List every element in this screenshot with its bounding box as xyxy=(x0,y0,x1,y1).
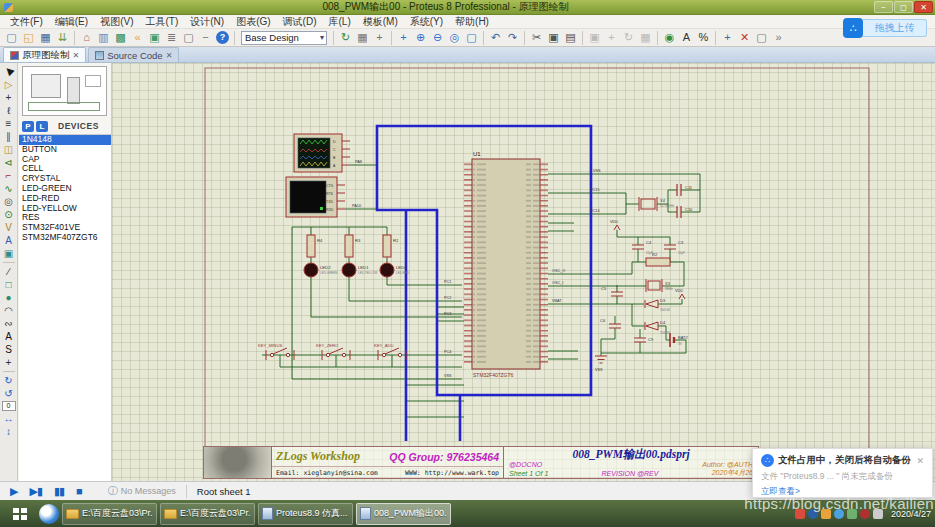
close-button[interactable]: ✕ xyxy=(914,1,933,13)
pick-parts-button[interactable]: ◉ xyxy=(662,30,678,45)
library-manager-button[interactable]: L xyxy=(36,121,48,132)
tab-close-icon[interactable]: ✕ xyxy=(166,51,173,60)
2d-circle-mode[interactable]: ● xyxy=(1,291,16,304)
pan-button[interactable]: + xyxy=(396,30,412,45)
schematic-capture-button[interactable]: ▥ xyxy=(96,30,112,45)
wire-label-mode[interactable]: ℓ xyxy=(1,104,16,117)
terminals-mode[interactable]: ⊲ xyxy=(1,156,16,169)
led-circuit[interactable]: R4 R3 R1 LED2 LED-GREEN LED1 LED-YELLOW … xyxy=(304,235,410,277)
tab-schematic-capture[interactable]: 原理图绘制 ✕ xyxy=(3,47,86,62)
2d-path-mode[interactable]: ∾ xyxy=(1,317,16,330)
device-item[interactable]: LED-YELLOW xyxy=(19,204,111,214)
tab-source-code[interactable]: Source Code ✕ xyxy=(88,47,179,62)
menu-item[interactable]: 调试(D) xyxy=(277,15,323,29)
back-button[interactable]: « xyxy=(130,30,146,45)
menu-item[interactable]: 视图(V) xyxy=(94,15,139,29)
block-delete-button[interactable]: ▦ xyxy=(638,30,654,45)
block-move-button[interactable]: + xyxy=(604,30,620,45)
zoom-out-button[interactable]: ⊖ xyxy=(430,30,446,45)
property-assignment-button[interactable]: % xyxy=(696,30,712,45)
device-item[interactable]: RES xyxy=(19,213,111,223)
undo-button[interactable]: ↶ xyxy=(488,30,504,45)
grid-toggle-button[interactable]: ▦ xyxy=(355,30,371,45)
tab-close-icon[interactable]: ✕ xyxy=(73,51,80,60)
sheet-style-combo[interactable]: Base Design▾ xyxy=(241,31,327,45)
graph-mode[interactable]: ∿ xyxy=(1,182,16,195)
home-button[interactable]: ⌂ xyxy=(79,30,95,45)
device-item[interactable]: LED-RED xyxy=(19,194,111,204)
backup-notification[interactable]: ∴ 文件占用中，关闭后将自动备份 ✕ 文件 "Proteus8.9 ... " … xyxy=(752,448,933,498)
paste-button[interactable]: ▤ xyxy=(563,30,579,45)
import-button[interactable]: ⇊ xyxy=(55,30,71,45)
device-item[interactable]: CRYSTAL xyxy=(19,174,111,184)
pause-button[interactable]: ▮▮ xyxy=(54,485,64,498)
schematic-canvas[interactable]: D C B A CTS RTS TXD RXD xyxy=(112,63,935,481)
taskbar-button[interactable]: Proteus8.9 仿真... xyxy=(258,503,353,525)
open-folder-button[interactable]: ◱ xyxy=(21,30,37,45)
menu-item[interactable]: 设计(N) xyxy=(184,15,230,29)
maximize-button[interactable]: ◻ xyxy=(894,1,913,13)
start-button[interactable] xyxy=(4,500,36,527)
block-copy-button[interactable]: ▣ xyxy=(587,30,603,45)
current-probe-mode[interactable]: A xyxy=(1,234,16,247)
generator-mode[interactable]: ⊙ xyxy=(1,208,16,221)
taskbar-button[interactable]: E:\百度云盘03\Pr... xyxy=(62,503,157,525)
virtual-instruments-mode[interactable]: ▣ xyxy=(1,247,16,260)
2d-marker-mode[interactable]: + xyxy=(1,356,16,369)
design-explorer-button[interactable]: + xyxy=(720,30,736,45)
menu-item[interactable]: 编辑(E) xyxy=(49,15,94,29)
taskbar-button[interactable]: E:\百度云盘03\Pr... xyxy=(160,503,255,525)
zoom-area-button[interactable]: ▢ xyxy=(464,30,480,45)
menu-item[interactable]: 帮助(H) xyxy=(449,15,495,29)
virtual-terminal[interactable]: CTS RTS TXD RXD xyxy=(286,177,345,217)
menu-item[interactable]: 库(L) xyxy=(322,15,356,29)
remove-sheet-button[interactable]: ✕ xyxy=(737,30,753,45)
text-script-mode[interactable]: ≡ xyxy=(1,117,16,130)
junction-dot-mode[interactable]: + xyxy=(1,91,16,104)
flip-horizontal[interactable]: ↔ xyxy=(1,412,16,425)
2d-text-mode[interactable]: A xyxy=(1,330,16,343)
source-code-button[interactable]: ≣ xyxy=(164,30,180,45)
tape-recorder-mode[interactable]: ◎ xyxy=(1,195,16,208)
subcircuit-mode[interactable]: ◫ xyxy=(1,143,16,156)
play-button[interactable]: ▶ xyxy=(10,485,17,498)
device-item[interactable]: 1N4148 xyxy=(19,135,111,145)
2d-line-mode[interactable]: ∕ xyxy=(1,265,16,278)
redraw-button[interactable]: ↻ xyxy=(338,30,354,45)
new-file-button[interactable]: ▢ xyxy=(4,30,20,45)
step-button[interactable]: ▶▮ xyxy=(29,485,42,498)
stop-button[interactable]: ■ xyxy=(76,485,82,497)
help-button[interactable]: ? xyxy=(216,31,229,44)
device-item[interactable]: STM32MF407ZGT6 xyxy=(19,233,111,243)
block-rotate-button[interactable]: ↻ xyxy=(621,30,637,45)
pcb-layout-button[interactable]: ▩ xyxy=(113,30,129,45)
oscilloscope[interactable]: D C B A xyxy=(294,134,350,172)
taskbar-button[interactable]: 008_PWM输出00... xyxy=(356,503,451,525)
buses-mode[interactable]: ∥ xyxy=(1,130,16,143)
save-button[interactable]: ▦ xyxy=(38,30,54,45)
2d-arc-mode[interactable]: ◠ xyxy=(1,304,16,317)
device-item[interactable]: LED-GREEN xyxy=(19,184,111,194)
device-item[interactable]: CAP xyxy=(19,155,111,165)
voltage-probe-mode[interactable]: V xyxy=(1,221,16,234)
device-item[interactable]: BUTTON xyxy=(19,145,111,155)
menu-item[interactable]: 图表(G) xyxy=(230,15,276,29)
mcu-stm32[interactable]: U1 STM32F407ZGT6 xyxy=(464,151,548,378)
menu-item[interactable]: 文件(F) xyxy=(4,15,49,29)
2d-box-mode[interactable]: □ xyxy=(1,278,16,291)
2d-symbol-mode[interactable]: S xyxy=(1,343,16,356)
device-item[interactable]: STM32F401VE xyxy=(19,223,111,233)
netdisk-upload-widget[interactable]: ∴ 拖拽上传 xyxy=(843,17,927,39)
goto-sheet-button[interactable]: ▢ xyxy=(754,30,770,45)
browser-icon[interactable] xyxy=(39,504,59,524)
zoom-all-button[interactable]: ◎ xyxy=(447,30,463,45)
device-pins-mode[interactable]: ⌐ xyxy=(1,169,16,182)
rotation-angle-field[interactable]: 0 xyxy=(2,401,16,411)
redo-button[interactable]: ↷ xyxy=(505,30,521,45)
notification-close-icon[interactable]: ✕ xyxy=(916,456,924,466)
close-sheet-button[interactable]: − xyxy=(198,30,214,45)
copy-button[interactable]: ▣ xyxy=(546,30,562,45)
zoom-in-button[interactable]: ⊕ xyxy=(413,30,429,45)
root-sheet-label[interactable]: Root sheet 1 xyxy=(197,486,251,497)
clock-battery-circuit[interactable]: X4 32.768kHz C11 C10 C4 22pF C3 22pF R2 … xyxy=(595,184,693,372)
